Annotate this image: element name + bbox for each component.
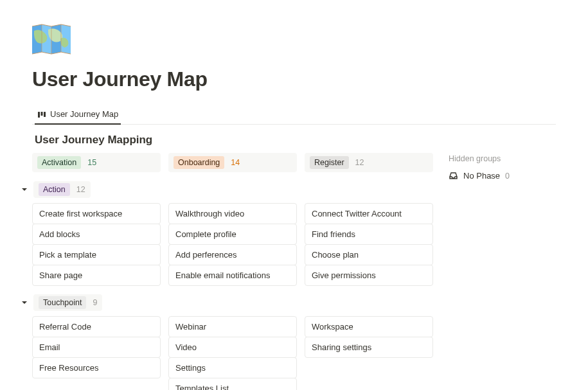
board-title: User Journey Mapping	[35, 134, 556, 146]
tab-label: User Journey Map	[50, 109, 118, 119]
card[interactable]: Webinar	[168, 316, 297, 337]
group-pill: Touchpoint	[39, 296, 86, 309]
phase-pill: Activation	[37, 156, 81, 169]
phase-header[interactable]: Activation15	[32, 153, 161, 172]
card[interactable]: Add blocks	[32, 224, 161, 245]
card[interactable]: Add perferences	[168, 244, 297, 265]
group-count: 9	[93, 298, 97, 307]
page-title: User Journey Map	[32, 67, 556, 91]
card[interactable]: Enable email notifications	[168, 265, 297, 286]
board-icon	[37, 110, 46, 119]
phase-header[interactable]: Register12	[305, 153, 433, 172]
svg-rect-8	[41, 112, 43, 116]
card[interactable]: Complete profile	[168, 224, 297, 245]
card[interactable]: Templates List	[168, 378, 297, 390]
card[interactable]: Pick a template	[32, 244, 161, 265]
group-header[interactable]: Action12	[33, 181, 91, 198]
no-phase-count: 0	[505, 172, 510, 181]
phase-count: 15	[87, 158, 96, 167]
card[interactable]: Workspace	[305, 316, 433, 337]
svg-rect-7	[38, 112, 40, 118]
tab-user-journey-map[interactable]: User Journey Map	[35, 105, 121, 125]
group-header[interactable]: Touchpoint9	[33, 294, 102, 311]
phase-pill: Register	[310, 156, 349, 169]
caret-down-icon[interactable]	[21, 299, 28, 306]
card[interactable]: Choose plan	[305, 244, 433, 265]
card[interactable]: Walkthrough video	[168, 203, 297, 224]
world-map-icon[interactable]	[32, 23, 71, 55]
card[interactable]: Sharing settings	[305, 337, 433, 358]
phase-count: 14	[231, 158, 240, 167]
card[interactable]: Settings	[168, 357, 297, 378]
group-pill: Action	[39, 183, 70, 196]
card[interactable]: Create first workspace	[32, 203, 161, 224]
card[interactable]: Video	[168, 337, 297, 358]
phase-pill: Onboarding	[174, 156, 224, 169]
card[interactable]: Email	[32, 337, 161, 358]
card[interactable]: Find friends	[305, 224, 433, 245]
inbox-icon	[449, 171, 458, 181]
group-count: 12	[76, 185, 85, 194]
card[interactable]: Share page	[32, 265, 161, 286]
card[interactable]: Free Resources	[32, 357, 161, 378]
card[interactable]: Connect Twitter Account	[305, 203, 433, 224]
card[interactable]: Give permissions	[305, 265, 433, 286]
no-phase-label: No Phase	[463, 171, 500, 181]
hidden-group-no-phase[interactable]: No Phase 0	[449, 171, 526, 181]
phase-count: 12	[355, 158, 364, 167]
card[interactable]: Referral Code	[32, 316, 161, 337]
hidden-groups-label: Hidden groups	[449, 154, 526, 163]
caret-down-icon[interactable]	[21, 186, 28, 193]
svg-rect-9	[44, 112, 46, 117]
phase-header[interactable]: Onboarding14	[168, 153, 297, 172]
